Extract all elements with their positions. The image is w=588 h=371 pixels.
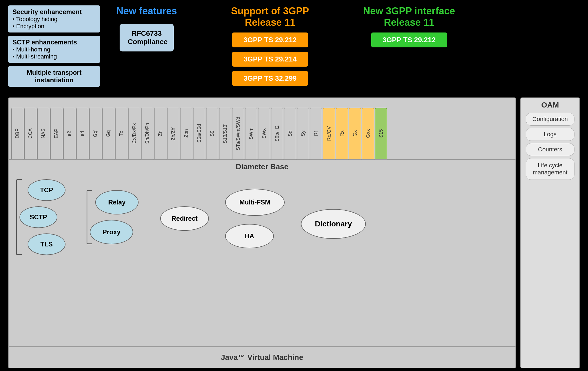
transport-title: Multiple transport instantiation: [12, 69, 96, 84]
protocol-bar-s15: S15: [375, 108, 387, 159]
protocol-bar-rx: Rx: [336, 108, 348, 159]
new3gpp-title: New 3GPP interface Release 11: [363, 5, 455, 28]
protocol-bar-s9: S9: [206, 108, 218, 159]
protocol-bar-sy: Sy: [297, 108, 309, 159]
protocol-bar-eap: EAP: [50, 108, 62, 159]
oam-title: OAM: [541, 101, 559, 109]
protocol-bar-rf: Rf: [310, 108, 322, 159]
new-features-col: New features RFC6733 Compliance: [116, 5, 177, 51]
oam-column: OAM Configuration Logs Counters Life cyc…: [520, 97, 580, 368]
tcp-oval: TCP: [28, 179, 65, 201]
diameter-block: Diameter Base TCP SCTP TLS Relay Proxy: [8, 160, 516, 347]
protocol-bar-zn: Zn: [154, 108, 166, 159]
protocol-bar-cca: CCA: [24, 108, 36, 159]
ha-oval: HA: [225, 224, 274, 248]
ts-box-3: 3GPP TS 32.299: [232, 71, 308, 86]
relay-proxy-group: Relay Proxy: [87, 187, 144, 247]
transport-box: Multiple transport instantiation: [8, 66, 100, 87]
rfc-box: RFC6733 Compliance: [120, 24, 174, 51]
oam-configuration: Configuration: [526, 113, 574, 126]
sctp-item-1: • Multi-homing: [12, 46, 96, 53]
transport-brace: [16, 179, 22, 255]
protocol-bar-staswmswd: STa/SWm/SWd: [232, 108, 244, 159]
protocol-bar-swx: SWx: [258, 108, 270, 159]
protocol-bar-e2: e2: [63, 108, 75, 159]
sctp-title: SCTP enhancements: [12, 38, 96, 46]
protocol-bar-rogv: Ro/GV: [323, 108, 335, 159]
new3gpp-col: New 3GPP interface Release 11 3GPP TS 29…: [363, 5, 455, 47]
protocol-bar-nas: NAS: [37, 108, 49, 159]
top-section: Security enhancement • Topology hiding •…: [0, 0, 588, 97]
redirect-oval: Redirect: [160, 206, 209, 231]
relay-proxy-brace: [87, 190, 92, 244]
ts-box-green: 3GPP TS 29.212: [371, 32, 447, 47]
transport-group: TCP SCTP TLS: [17, 177, 71, 258]
diameter-label: Diameter Base: [11, 162, 513, 171]
protocol-bar-s6as6d: S6a/S6d: [193, 108, 205, 159]
oam-counters: Counters: [526, 143, 574, 156]
protocol-bar-gxx: Gxx: [362, 108, 374, 159]
proxy-oval: Proxy: [90, 220, 133, 244]
protocol-bar-gq: Gq': [89, 108, 101, 159]
relay-oval: Relay: [95, 190, 139, 214]
tls-oval: TLS: [28, 233, 65, 255]
left-block: DBPCCANASEAPe2e4Gq'GqTxCx/Dx/PxSh/Dh/PhZ…: [8, 97, 516, 368]
multi-fsm-oval: Multi-FSM: [225, 189, 285, 216]
security-box: Security enhancement • Topology hiding •…: [8, 5, 100, 32]
protocol-bar-tx: Tx: [115, 108, 127, 159]
dictionary-oval: Dictionary: [301, 209, 366, 239]
protocol-bar-gx: Gx: [349, 108, 361, 159]
ts-box-2: 3GPP TS 29.214: [232, 52, 308, 67]
protocol-bar-s13s13: S13/S13': [219, 108, 231, 159]
diameter-inner: TCP SCTP TLS Relay Proxy Redirect Multi-…: [11, 174, 513, 261]
protocol-bar-sd: Sd: [284, 108, 296, 159]
jvm-block: Java™ Virtual Machine: [8, 347, 516, 368]
protocol-row: DBPCCANASEAPe2e4Gq'GqTxCx/Dx/PxSh/Dh/PhZ…: [8, 97, 516, 160]
security-item-2: • Encryption: [12, 23, 96, 30]
protocol-bar-zhzh: Zh/Zh': [167, 108, 179, 159]
protocol-bar-shdhph: Sh/Dh/Ph: [141, 108, 153, 159]
sctp-item-2: • Multi-streaming: [12, 53, 96, 60]
sctp-box: SCTP enhancements • Multi-homing • Multi…: [8, 36, 100, 63]
protocol-bar-gq: Gq: [102, 108, 114, 159]
new-features-label: New features: [116, 5, 177, 17]
main-diagram: DBPCCANASEAPe2e4Gq'GqTxCx/Dx/PxSh/Dh/PhZ…: [8, 97, 580, 368]
ts-box-1: 3GPP TS 29.212: [232, 32, 308, 47]
protocol-bar-swm: SWm: [245, 108, 257, 159]
protocol-bar-zpn: Zpn: [180, 108, 192, 159]
protocol-bar-e4: e4: [76, 108, 88, 159]
oam-lifecycle: Life cycle management: [526, 158, 574, 180]
oam-logs: Logs: [526, 128, 574, 141]
support-col: Support of 3GPP Release 11 3GPP TS 29.21…: [231, 5, 309, 86]
security-title: Security enhancement: [12, 8, 96, 16]
feature-boxes: Security enhancement • Topology hiding •…: [8, 5, 100, 87]
protocol-bar-s6bh2: S6b/H2: [271, 108, 283, 159]
protocol-bar-dbp: DBP: [11, 108, 23, 159]
protocol-bar-cxdxpx: Cx/Dx/Px: [128, 108, 140, 159]
support-title: Support of 3GPP Release 11: [231, 5, 309, 28]
security-item-1: • Topology hiding: [12, 16, 96, 23]
sctp-oval: SCTP: [19, 206, 57, 228]
